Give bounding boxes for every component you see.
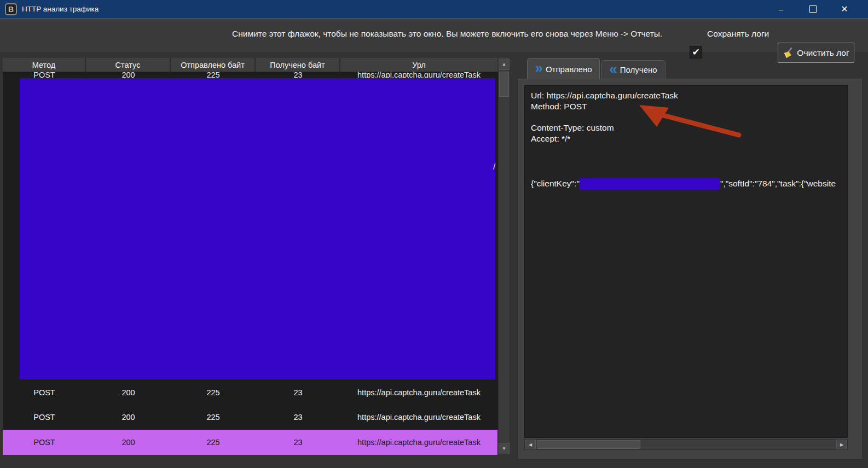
minimize-button[interactable]: – [768, 0, 794, 18]
title-bar: B HTTP анализ трафика – ✕ [0, 0, 868, 18]
save-logs-checkbox[interactable]: ✔ [690, 46, 702, 58]
cell-url: https://api.captcha.guru/createTask [340, 380, 497, 405]
details-horizontal-scrollbar[interactable]: ◀ ▶ [524, 439, 848, 450]
cell-status: 200 [86, 380, 171, 405]
table-row-partial[interactable]: POST 200 225 23 https://api.captcha.guru… [3, 71, 497, 78]
cell-sent-bytes: 225 [171, 405, 256, 429]
cell-method: POST [3, 405, 86, 429]
column-header-method[interactable]: Метод [3, 58, 86, 72]
close-icon: ✕ [841, 4, 848, 14]
cell-sent-bytes: 225 [171, 71, 256, 78]
tab-received-label: Получено [620, 65, 657, 74]
scroll-right-button[interactable]: ▶ [836, 440, 847, 449]
blank-line [531, 113, 841, 124]
cell-received-bytes: 23 [256, 380, 340, 405]
blank-line [531, 145, 841, 156]
minimize-icon: – [779, 5, 783, 14]
column-header-received-bytes[interactable]: Получено байт [256, 58, 340, 72]
table-row[interactable]: POST 200 225 23 https://api.captcha.guru… [3, 380, 497, 405]
cell-status: 200 [86, 405, 171, 429]
arrow-down-icon: ▼ [502, 446, 506, 451]
scroll-up-button[interactable]: ▲ [499, 58, 510, 70]
arrow-left-icon: ◀ [529, 442, 532, 447]
notice-text: Снимите этот флажок, чтобы не показывать… [232, 29, 662, 39]
tab-received[interactable]: « Получено [601, 60, 666, 79]
table-row-selected[interactable]: POST 200 225 23 https://api.captcha.guru… [3, 430, 497, 455]
scroll-down-button[interactable]: ▼ [499, 443, 510, 454]
column-header-sent-bytes[interactable]: Отправлено байт [171, 58, 256, 72]
window-title: HTTP анализ трафика [22, 5, 99, 13]
cell-url: https://api.captcha.guru/createTask [340, 405, 497, 429]
cell-sent-bytes: 225 [171, 430, 256, 455]
app-icon-letter: B [8, 5, 14, 14]
maximize-button[interactable] [800, 0, 825, 18]
request-url-line: Url: https://api.captcha.guru/createTask [531, 91, 841, 102]
table-vertical-scrollbar[interactable]: ▲ ▼ [498, 58, 510, 455]
checkmark-icon: ✔ [692, 46, 699, 58]
toolbar: Снимите этот флажок, чтобы не показывать… [0, 18, 868, 52]
cell-method: POST [3, 380, 86, 405]
redaction-overlay [20, 78, 495, 379]
request-body-line: {"clientKey":"","softId":"784","task":{"… [531, 177, 841, 190]
blank-line [531, 156, 841, 167]
cell-status: 200 [86, 71, 171, 78]
cell-status: 200 [86, 430, 171, 455]
body-prefix: {"clientKey":" [531, 179, 580, 189]
blank-line [531, 167, 841, 178]
cell-method: POST [3, 430, 86, 455]
content-type-line: Content-Type: custom [531, 123, 841, 134]
arrow-up-icon: ▲ [502, 62, 506, 67]
clear-log-button[interactable]: Очистить лог [778, 43, 854, 63]
scrollbar-thumb[interactable] [499, 72, 509, 97]
cell-received-bytes: 23 [256, 405, 340, 429]
request-method-line: Method: POST [531, 102, 841, 113]
client-key-redaction [580, 178, 720, 190]
save-logs-label[interactable]: Сохранять логи [707, 29, 769, 39]
table-row[interactable]: POST 200 225 23 https://api.captcha.guru… [3, 405, 497, 429]
maximize-icon [809, 5, 817, 13]
column-header-url[interactable]: Урл [340, 58, 497, 72]
cell-url: https://api.captcha.guru/createTask [340, 71, 497, 78]
cell-url: https://api.captcha.guru/createTask [340, 430, 497, 455]
column-header-status[interactable]: Статус [86, 58, 171, 72]
cell-method: POST [3, 71, 86, 78]
broom-icon [783, 47, 795, 59]
clear-log-label: Очистить лог [797, 48, 849, 58]
scroll-left-button[interactable]: ◀ [525, 440, 536, 449]
accept-line: Accept: */* [531, 134, 841, 145]
body-suffix: ","softId":"784","task":{"website [720, 179, 836, 189]
request-details-text[interactable]: Url: https://api.captcha.guru/createTask… [524, 85, 848, 438]
cell-sent-bytes: 225 [171, 380, 256, 405]
cell-received-bytes: 23 [256, 71, 340, 78]
app-window: B HTTP анализ трафика – ✕ Снимите этот ф… [0, 0, 868, 468]
tab-sent-label: Отправлено [546, 65, 592, 74]
arrow-right-icon: ▶ [840, 442, 843, 447]
scrollbar-thumb[interactable] [537, 440, 640, 449]
cell-received-bytes: 23 [256, 430, 340, 455]
url-fragment: / [493, 162, 495, 171]
close-button[interactable]: ✕ [832, 0, 857, 18]
tab-sent[interactable]: » Отправлено [527, 58, 600, 79]
app-icon: B [5, 3, 17, 15]
